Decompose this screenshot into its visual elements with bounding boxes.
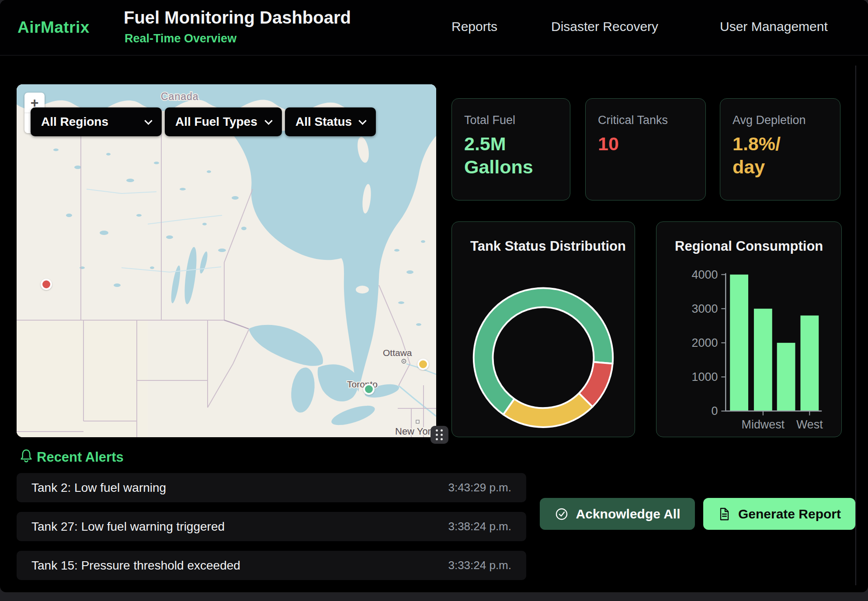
stat-card-critical-tanks: Critical Tanks 10 <box>585 98 706 200</box>
stat-card-total-fuel: Total Fuel 2.5M Gallons <box>451 98 570 200</box>
status-filter-value: All Status <box>295 115 352 129</box>
alert-timestamp: 3:38:24 p.m. <box>448 520 511 533</box>
region-filter-value: All Regions <box>41 115 108 129</box>
map-label-newyork: New York <box>395 426 436 437</box>
alert-timestamp: 3:33:24 p.m. <box>448 559 511 572</box>
alert-timestamp: 3:43:29 p.m. <box>448 481 511 494</box>
generate-report-button[interactable]: Generate Report <box>703 498 855 530</box>
stat-value: 10 <box>598 132 692 155</box>
recent-alerts-heading: Recent Alerts <box>37 449 124 465</box>
alert-row: Tank 2: Low fuel warning 3:43:29 p.m. <box>17 473 526 502</box>
bar <box>730 275 748 411</box>
y-tick-label: 3000 <box>692 302 718 315</box>
y-tick-label: 1000 <box>692 370 718 383</box>
tank-status-chart-card: Tank Status Distribution <box>451 221 635 437</box>
app-header: AirMatrix Fuel Monitoring Dashboard Real… <box>0 0 868 55</box>
generate-report-label: Generate Report <box>738 507 841 522</box>
status-filter-select[interactable]: All Status <box>285 107 376 136</box>
map-resize-handle[interactable] <box>431 426 448 444</box>
nav-disaster-recovery[interactable]: Disaster Recovery <box>551 19 658 34</box>
nav-reports[interactable]: Reports <box>451 19 497 34</box>
alert-row: Tank 27: Low fuel warning triggered 3:38… <box>17 512 526 541</box>
acknowledge-all-label: Acknowledge All <box>576 507 681 522</box>
map-label-canada: Canada <box>161 91 199 102</box>
stat-label: Critical Tanks <box>598 114 693 127</box>
stat-value: 2.5M Gallons <box>464 132 559 179</box>
x-tick-label: Midwest <box>742 418 785 431</box>
map-canvas[interactable]: Canada Ottawa Toronto New York <box>17 84 436 437</box>
bar <box>800 315 819 411</box>
scrollbar[interactable] <box>855 66 856 585</box>
alert-row: Tank 15: Pressure threshold exceeded 3:3… <box>17 551 526 580</box>
fuel-type-filter-value: All Fuel Types <box>175 115 257 129</box>
regional-consumption-chart-card: Regional Consumption 01000200030004000Mi… <box>656 221 842 437</box>
tank-status-doughnut-chart <box>452 222 635 437</box>
y-tick-label: 0 <box>711 404 718 418</box>
stat-label: Avg Depletion <box>733 114 828 127</box>
map-island <box>356 286 369 294</box>
check-circle-icon <box>555 507 569 521</box>
page: AirMatrix Fuel Monitoring Dashboard Real… <box>0 0 868 601</box>
chevron-down-icon <box>358 117 366 124</box>
chevron-down-icon <box>264 117 272 124</box>
stat-label: Total Fuel <box>464 114 558 127</box>
tank-marker-normal[interactable] <box>363 383 375 395</box>
bar <box>777 343 795 411</box>
stat-card-avg-depletion: Avg Depletion 1.8%/day <box>720 98 840 200</box>
y-tick-label: 4000 <box>692 268 718 281</box>
alert-message: Tank 27: Low fuel warning triggered <box>31 520 225 534</box>
y-tick-label: 2000 <box>692 336 718 349</box>
page-subtitle: Real-Time Overview <box>125 32 236 45</box>
map-panel[interactable]: Canada Ottawa Toronto New York + − All R… <box>17 84 436 437</box>
tank-marker-critical[interactable] <box>41 279 52 290</box>
alert-message: Tank 2: Low fuel warning <box>31 481 166 495</box>
stat-value: 1.8%/day <box>733 132 785 179</box>
bar <box>754 309 772 411</box>
dashboard-container: AirMatrix Fuel Monitoring Dashboard Real… <box>0 0 868 592</box>
page-title: Fuel Monitoring Dashboard <box>124 8 351 28</box>
map-land-patch <box>148 329 240 437</box>
map-label-ottawa: Ottawa <box>383 348 412 358</box>
ottawa-town-icon-dot <box>403 360 404 362</box>
acknowledge-all-button[interactable]: Acknowledge All <box>540 498 695 530</box>
region-filter-select[interactable]: All Regions <box>31 107 162 136</box>
bell-icon <box>19 449 33 463</box>
document-icon <box>718 507 731 521</box>
x-tick-label: West <box>796 418 823 431</box>
donut-segment-warning <box>503 393 593 427</box>
fuel-type-filter-select[interactable]: All Fuel Types <box>165 107 282 136</box>
tank-marker-warning[interactable] <box>417 359 429 370</box>
alert-message: Tank 15: Pressure threshold exceeded <box>31 559 240 573</box>
map-land-patch <box>17 320 148 437</box>
chevron-down-icon <box>144 117 152 124</box>
brand-logo: AirMatrix <box>17 18 90 37</box>
regional-consumption-bar-chart: 01000200030004000MidwestWest <box>656 222 841 437</box>
newyork-town-icon <box>416 420 419 423</box>
nav-user-management[interactable]: User Management <box>720 19 828 34</box>
